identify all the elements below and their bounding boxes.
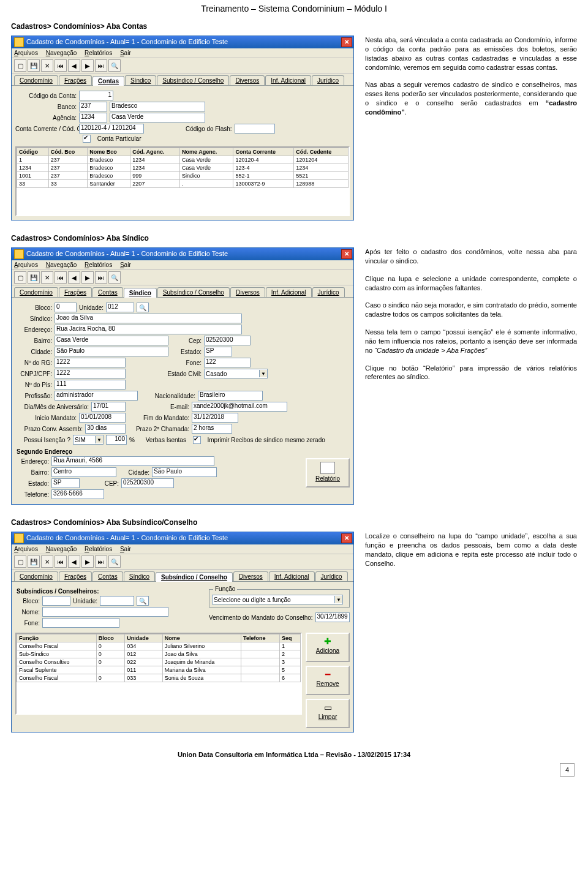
tb-delete[interactable]: ✕ bbox=[41, 59, 53, 72]
tab-contas[interactable]: Contas bbox=[92, 287, 123, 297]
input-bairro[interactable]: Casa Verde bbox=[55, 336, 168, 345]
close-icon[interactable]: ✕ bbox=[341, 249, 352, 259]
input-prazo-assemb[interactable]: 30 dias bbox=[85, 424, 126, 434]
input-cidade2[interactable]: São Paulo bbox=[152, 467, 217, 477]
menu-navegacao[interactable]: Navegação bbox=[46, 546, 77, 552]
input-fone[interactable]: 122 bbox=[204, 358, 251, 367]
tb-new[interactable]: ▢ bbox=[14, 555, 26, 568]
table-row[interactable]: Conselho Consultivo0022Joaquim de Mirand… bbox=[17, 658, 301, 666]
menu-arquivos[interactable]: Arquivos bbox=[14, 546, 38, 552]
tab-condominio[interactable]: Condomínio bbox=[14, 75, 58, 85]
input-agencia-nome[interactable]: Casa Verde bbox=[110, 113, 205, 122]
table-row[interactable]: 1001237Bradesco999Sindico552-15521 bbox=[17, 172, 349, 180]
tab-fracoes[interactable]: Frações bbox=[59, 75, 92, 85]
input-codigo-flash[interactable] bbox=[235, 124, 275, 134]
remove-button[interactable]: ━Remove bbox=[306, 666, 350, 695]
limpar-button[interactable]: ▭Limpar bbox=[306, 699, 350, 728]
menu-relatorios[interactable]: Relatórios bbox=[85, 50, 112, 56]
tb-next[interactable]: ▶ bbox=[81, 271, 94, 284]
table-row[interactable]: 3333Santander2207.13000372-9128988 bbox=[17, 180, 349, 188]
menu-relatorios[interactable]: Relatórios bbox=[85, 262, 112, 268]
combo-estado-civil[interactable]: Casado▼ bbox=[204, 369, 268, 378]
input-prazo-2chamada[interactable]: 2 horas bbox=[192, 424, 232, 434]
input-estado2[interactable]: SP bbox=[51, 478, 80, 488]
tab-fracoes[interactable]: Frações bbox=[59, 571, 92, 581]
input-telefone2[interactable]: 3266-5666 bbox=[51, 489, 104, 499]
menubar[interactable]: Arquivos Navegação Relatórios Sair bbox=[12, 260, 353, 270]
input-bairro2[interactable]: Centro bbox=[51, 467, 116, 477]
input-email[interactable]: xande2000jk@hotmail.com bbox=[192, 402, 287, 412]
combo-isencao[interactable]: SIM▼ bbox=[73, 435, 104, 445]
input-sindico[interactable]: Joao da Silva bbox=[55, 314, 242, 323]
checkbox-conta-particular[interactable] bbox=[83, 135, 91, 143]
table-contas[interactable]: Código Cód. Bco Nome Bco Cód. Agenc. Nom… bbox=[17, 148, 349, 188]
input-codigo-conta[interactable]: 1 bbox=[79, 91, 113, 100]
tab-subsindico-conselho[interactable]: Subsíndico / Conselho bbox=[157, 287, 230, 297]
close-icon[interactable]: ✕ bbox=[341, 37, 352, 47]
menu-sair[interactable]: Sair bbox=[120, 262, 131, 268]
input-banco-cod[interactable]: 237 bbox=[79, 102, 107, 111]
tab-fracoes[interactable]: Frações bbox=[59, 287, 92, 297]
tb-first[interactable]: ⏮ bbox=[55, 271, 67, 284]
tb-prev[interactable]: ◀ bbox=[68, 555, 80, 568]
tb-next[interactable]: ▶ bbox=[81, 59, 94, 72]
input-nome[interactable] bbox=[42, 607, 168, 617]
menu-arquivos[interactable]: Arquivos bbox=[14, 262, 38, 268]
tb-delete[interactable]: ✕ bbox=[41, 555, 53, 568]
input-bloco[interactable] bbox=[42, 596, 70, 606]
tb-last[interactable]: ⏭ bbox=[95, 555, 107, 568]
tab-inf-adicional[interactable]: Inf. Adicional bbox=[265, 75, 311, 85]
tb-search[interactable]: 🔍 bbox=[108, 555, 121, 568]
menu-navegacao[interactable]: Navegação bbox=[46, 262, 77, 268]
input-endereco2[interactable]: Rua Amauri, 4566 bbox=[51, 456, 214, 466]
titlebar[interactable]: Cadastro de Condomínios - Atual= 1 - Con… bbox=[12, 36, 353, 48]
tab-juridico[interactable]: Jurídico bbox=[312, 287, 345, 297]
tab-diversos[interactable]: Diversos bbox=[230, 75, 265, 85]
tb-search[interactable]: 🔍 bbox=[108, 271, 121, 284]
tb-first[interactable]: ⏮ bbox=[55, 555, 67, 568]
menu-arquivos[interactable]: AArquivosrquivos bbox=[14, 50, 38, 56]
tb-prev[interactable]: ◀ bbox=[68, 59, 80, 72]
close-icon[interactable]: ✕ bbox=[341, 533, 352, 543]
input-cep[interactable]: 02520300 bbox=[204, 336, 251, 345]
input-endereco[interactable]: Rua Jacira Rocha, 80 bbox=[55, 325, 242, 334]
tab-diversos[interactable]: Diversos bbox=[230, 287, 265, 297]
adiciona-button[interactable]: ✚Adiciona bbox=[306, 633, 350, 662]
tab-condominio[interactable]: Condomínio bbox=[14, 571, 58, 581]
combo-funcao[interactable]: Selecione ou digite a função▼ bbox=[212, 595, 343, 604]
tb-next[interactable]: ▶ bbox=[81, 555, 94, 568]
tab-inf-adicional[interactable]: Inf. Adicional bbox=[269, 571, 315, 581]
input-profissao[interactable]: administrador bbox=[55, 391, 138, 401]
table-row[interactable]: 1237Bradesco1234Casa Verde120120-4120120… bbox=[17, 156, 349, 164]
input-cep2[interactable]: 025200300 bbox=[121, 478, 174, 488]
table-row[interactable]: 1234237Bradesco1234Casa Verde123-41234 bbox=[17, 164, 349, 172]
input-cnpj-cpf[interactable]: 1222 bbox=[55, 369, 126, 378]
tab-contas[interactable]: Contas bbox=[92, 571, 123, 581]
table-row[interactable]: Sub-Síndico0012Joao da Silva2 bbox=[17, 650, 301, 658]
table-conselho[interactable]: Função Bloco Unidade Nome Telefone Seq C… bbox=[17, 634, 301, 682]
input-unidade[interactable]: 012 bbox=[106, 303, 134, 312]
magnifier-icon[interactable]: 🔍 bbox=[137, 596, 149, 606]
tab-juridico[interactable]: Jurídico bbox=[315, 571, 348, 581]
tab-subsindico-conselho[interactable]: Subsíndico / Conselho bbox=[157, 75, 229, 85]
input-isencao-pct[interactable]: 100 bbox=[106, 435, 127, 445]
tab-inf-adicional[interactable]: Inf. Adicional bbox=[266, 287, 312, 297]
tb-last[interactable]: ⏭ bbox=[95, 271, 107, 284]
input-aniversario[interactable]: 17/01 bbox=[91, 402, 126, 412]
tb-save[interactable]: 💾 bbox=[28, 555, 40, 568]
input-cidade[interactable]: São Paulo bbox=[55, 347, 168, 356]
relatorio-button[interactable]: Relatório bbox=[306, 458, 350, 488]
menu-sair[interactable]: Sair bbox=[120, 546, 131, 552]
tab-sindico[interactable]: Síndico bbox=[124, 571, 155, 581]
menu-relatorios[interactable]: Relatórios bbox=[85, 546, 112, 552]
table-row[interactable]: Conselho Fiscal0033Sonia de Souza6 bbox=[17, 674, 301, 682]
input-fone[interactable] bbox=[42, 618, 119, 628]
input-pis[interactable]: 111 bbox=[55, 380, 126, 390]
input-bloco[interactable]: 0 bbox=[55, 303, 77, 312]
tb-new[interactable]: ▢ bbox=[14, 271, 26, 284]
input-venc-mandato[interactable]: 30/12/1899 bbox=[315, 612, 350, 622]
titlebar[interactable]: Cadastro de Condomínios - Atual= 1 - Con… bbox=[12, 248, 353, 260]
tb-save[interactable]: 💾 bbox=[28, 59, 40, 72]
tb-save[interactable]: 💾 bbox=[28, 271, 40, 284]
tab-subsindico-conselho[interactable]: Subsíndico / Conselho bbox=[156, 572, 233, 582]
